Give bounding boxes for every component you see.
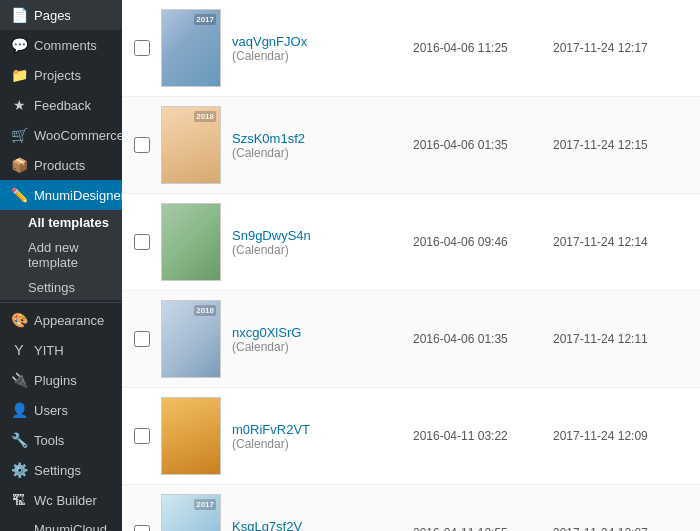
template-created-4: 2016-04-06 01:35 xyxy=(413,332,543,346)
table-row: 2018 nxcg0XlSrG (Calendar) 2016-04-06 01… xyxy=(122,291,700,388)
projects-icon: 📁 xyxy=(10,67,28,83)
plugins-icon: 🔌 xyxy=(10,372,28,388)
template-modified-6: 2017-11-24 12:07 xyxy=(553,526,688,531)
template-created-2: 2016-04-06 01:35 xyxy=(413,138,543,152)
template-name-3[interactable]: Sn9gDwyS4n xyxy=(232,228,403,243)
template-type-2: (Calendar) xyxy=(232,146,403,160)
template-type-1: (Calendar) xyxy=(232,49,403,63)
template-type-5: (Calendar) xyxy=(232,437,403,451)
row-checkbox-1[interactable] xyxy=(134,40,150,56)
template-type-3: (Calendar) xyxy=(232,243,403,257)
row-checkbox-4[interactable] xyxy=(134,331,150,347)
template-name-6[interactable]: KsqLg7sf2V xyxy=(232,519,403,532)
submenu-all-templates[interactable]: All templates xyxy=(0,210,122,235)
template-modified-4: 2017-11-24 12:11 xyxy=(553,332,688,346)
template-type-4: (Calendar) xyxy=(232,340,403,354)
comments-icon: 💬 xyxy=(10,37,28,53)
template-modified-5: 2017-11-24 12:09 xyxy=(553,429,688,443)
sidebar-item-feedback[interactable]: ★ Feedback xyxy=(0,90,122,120)
sidebar-item-mnumicloud[interactable]: ☁ MnumiCloud Integrator xyxy=(0,515,122,531)
thumbnail-4: 2018 xyxy=(160,299,222,379)
template-created-6: 2016-04-11 12:55 xyxy=(413,526,543,531)
row-checkbox-5[interactable] xyxy=(134,428,150,444)
settings-icon: ⚙️ xyxy=(10,462,28,478)
mnumidesigner-icon: ✏️ xyxy=(10,187,28,203)
template-list: 2017 vaqVgnFJOx (Calendar) 2016-04-06 11… xyxy=(122,0,700,531)
template-created-3: 2016-04-06 09:46 xyxy=(413,235,543,249)
row-checkbox-6[interactable] xyxy=(134,525,150,531)
sidebar: 📄 Pages 💬 Comments 📁 Projects ★ Feedback… xyxy=(0,0,122,531)
appearance-icon: 🎨 xyxy=(10,312,28,328)
row-checkbox-3[interactable] xyxy=(134,234,150,250)
feedback-icon: ★ xyxy=(10,97,28,113)
template-created-5: 2016-04-11 03:22 xyxy=(413,429,543,443)
thumbnail-1: 2017 xyxy=(160,8,222,88)
table-row: m0RiFvR2VT (Calendar) 2016-04-11 03:22 2… xyxy=(122,388,700,485)
template-info-2: SzsK0m1sf2 (Calendar) xyxy=(232,131,403,160)
template-modified-2: 2017-11-24 12:15 xyxy=(553,138,688,152)
submenu-settings[interactable]: Settings xyxy=(0,275,122,300)
submenu-add-new-template[interactable]: Add new template xyxy=(0,235,122,275)
woocommerce-icon: 🛒 xyxy=(10,127,28,143)
sidebar-item-mnumidesigner[interactable]: ✏️ MnumiDesigner xyxy=(0,180,122,210)
sidebar-item-comments[interactable]: 💬 Comments xyxy=(0,30,122,60)
wc-builder-icon: 🏗 xyxy=(10,492,28,508)
sidebar-item-projects[interactable]: 📁 Projects xyxy=(0,60,122,90)
sidebar-item-woocommerce[interactable]: 🛒 WooCommerce xyxy=(0,120,122,150)
table-row: 2017 vaqVgnFJOx (Calendar) 2016-04-06 11… xyxy=(122,0,700,97)
template-name-1[interactable]: vaqVgnFJOx xyxy=(232,34,403,49)
template-info-6: KsqLg7sf2V (Calendar) xyxy=(232,519,403,532)
template-info-1: vaqVgnFJOx (Calendar) xyxy=(232,34,403,63)
thumbnail-2: 2018 xyxy=(160,105,222,185)
yith-icon: Y xyxy=(10,342,28,358)
template-modified-3: 2017-11-24 12:14 xyxy=(553,235,688,249)
sidebar-item-tools[interactable]: 🔧 Tools xyxy=(0,425,122,455)
table-row: Sn9gDwyS4n (Calendar) 2016-04-06 09:46 2… xyxy=(122,194,700,291)
sidebar-item-yith[interactable]: Y YITH xyxy=(0,335,122,365)
sidebar-item-settings[interactable]: ⚙️ Settings xyxy=(0,455,122,485)
thumbnail-3 xyxy=(160,202,222,282)
template-modified-1: 2017-11-24 12:17 xyxy=(553,41,688,55)
sidebar-item-pages[interactable]: 📄 Pages xyxy=(0,0,122,30)
row-checkbox-2[interactable] xyxy=(134,137,150,153)
template-info-5: m0RiFvR2VT (Calendar) xyxy=(232,422,403,451)
template-name-2[interactable]: SzsK0m1sf2 xyxy=(232,131,403,146)
table-row: 2018 SzsK0m1sf2 (Calendar) 2016-04-06 01… xyxy=(122,97,700,194)
thumbnail-6: 2017 xyxy=(160,493,222,531)
template-created-1: 2016-04-06 11:25 xyxy=(413,41,543,55)
mnumidesigner-submenu: All templates Add new template Settings xyxy=(0,210,122,300)
template-info-4: nxcg0XlSrG (Calendar) xyxy=(232,325,403,354)
users-icon: 👤 xyxy=(10,402,28,418)
pages-icon: 📄 xyxy=(10,7,28,23)
products-icon: 📦 xyxy=(10,157,28,173)
template-name-4[interactable]: nxcg0XlSrG xyxy=(232,325,403,340)
sidebar-item-users[interactable]: 👤 Users xyxy=(0,395,122,425)
sidebar-item-plugins[interactable]: 🔌 Plugins xyxy=(0,365,122,395)
sidebar-item-appearance[interactable]: 🎨 Appearance xyxy=(0,305,122,335)
template-name-5[interactable]: m0RiFvR2VT xyxy=(232,422,403,437)
sidebar-item-wc-builder[interactable]: 🏗 Wc Builder xyxy=(0,485,122,515)
sidebar-item-products[interactable]: 📦 Products xyxy=(0,150,122,180)
main-content: 2017 vaqVgnFJOx (Calendar) 2016-04-06 11… xyxy=(122,0,700,531)
template-info-3: Sn9gDwyS4n (Calendar) xyxy=(232,228,403,257)
table-row: 2017 KsqLg7sf2V (Calendar) 2016-04-11 12… xyxy=(122,485,700,531)
thumbnail-5 xyxy=(160,396,222,476)
tools-icon: 🔧 xyxy=(10,432,28,448)
